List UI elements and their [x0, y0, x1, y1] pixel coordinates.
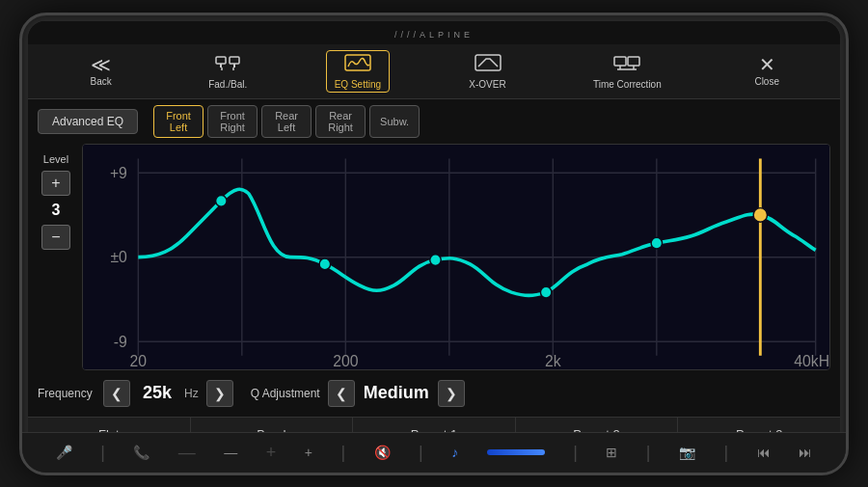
- device-frame: ////ALPINE ≪ Back Fad: [19, 13, 849, 475]
- nav-time-correction[interactable]: Time Correction: [585, 51, 669, 92]
- frequency-value: 25k: [138, 383, 176, 403]
- svg-point-38: [753, 207, 767, 222]
- brand-name: ////ALPINE: [394, 30, 474, 40]
- frequency-unit: Hz: [184, 387, 199, 400]
- nav-time-correction-label: Time Correction: [593, 79, 662, 90]
- preset-2[interactable]: Preset 2: [516, 418, 679, 432]
- preset-3[interactable]: Preset 3: [678, 418, 840, 432]
- sep4: |: [340, 443, 345, 463]
- channel-front-right[interactable]: FrontRight: [207, 105, 258, 138]
- fad-bal-icon: [214, 53, 241, 77]
- advanced-eq-button[interactable]: Advanced EQ: [38, 109, 138, 134]
- frequency-label: Frequency: [38, 387, 95, 400]
- svg-point-34: [319, 258, 330, 270]
- q-adjustment-label: Q Adjustment: [251, 387, 320, 400]
- sep5: |: [419, 443, 423, 463]
- x-over-icon: [475, 53, 502, 77]
- svg-rect-3: [233, 64, 235, 68]
- preset-flat[interactable]: Flat: [28, 418, 191, 432]
- nav-close-label: Close: [754, 76, 779, 87]
- time-correction-icon: [613, 53, 640, 77]
- nav-bar: ≪ Back Fad./Bal.: [28, 44, 840, 99]
- freq-q-row: Frequency ❮ 25k Hz ❯ Q Adjustment ❮ Medi…: [38, 376, 830, 411]
- q-prev-button[interactable]: ❮: [328, 380, 355, 407]
- sep3: +: [266, 443, 277, 463]
- level-value: 3: [52, 202, 61, 219]
- sep1: |: [100, 443, 105, 463]
- channel-front-left[interactable]: FrontLeft: [153, 105, 203, 138]
- bottom-bar: 🎤 | 📞 — — + + | 🔇 | ♪ | ⊞ | 📷 | ⏮ ⏭: [22, 432, 846, 473]
- level-plus-button[interactable]: +: [41, 171, 70, 196]
- channel-row: Advanced EQ FrontLeft FrontRight RearLef…: [38, 105, 830, 138]
- svg-text:20: 20: [130, 353, 148, 369]
- mute-icon[interactable]: 🔇: [374, 445, 391, 460]
- nav-eq-setting[interactable]: EQ Setting: [326, 50, 390, 93]
- svg-point-35: [430, 254, 441, 265]
- channel-tabs: FrontLeft FrontRight RearLeft RearRight …: [153, 105, 420, 138]
- frequency-prev-button[interactable]: ❮: [103, 380, 130, 407]
- level-control: Level + 3 −: [38, 144, 74, 370]
- svg-rect-7: [475, 55, 501, 70]
- svg-text:±0: ±0: [110, 249, 127, 265]
- nav-fad-bal[interactable]: Fad./Bal.: [199, 51, 257, 92]
- channel-subw[interactable]: Subw.: [369, 105, 420, 138]
- volume-plus-icon[interactable]: +: [305, 445, 312, 460]
- svg-rect-8: [614, 57, 626, 66]
- nav-fad-bal-label: Fad./Bal.: [208, 79, 247, 90]
- prev-icon[interactable]: ⏮: [757, 445, 771, 460]
- sep8: |: [723, 443, 728, 463]
- music-icon[interactable]: ♪: [451, 445, 458, 460]
- svg-rect-0: [216, 57, 226, 64]
- sep6: |: [573, 443, 578, 463]
- channel-rear-left[interactable]: RearLeft: [261, 105, 312, 138]
- eq-chart-svg: +9 ±0 -9 20 200 2k 40kHz: [83, 145, 829, 369]
- nav-x-over[interactable]: X-OVER: [459, 51, 517, 92]
- nav-close[interactable]: ✕ Close: [738, 53, 796, 89]
- screen: ////ALPINE ≪ Back Fad: [28, 21, 840, 432]
- channel-rear-right[interactable]: RearRight: [315, 105, 366, 138]
- eq-chart: +9 ±0 -9 20 200 2k 40kHz: [82, 144, 830, 370]
- q-next-button[interactable]: ❯: [438, 380, 465, 407]
- svg-point-33: [216, 195, 227, 206]
- volume-minus-icon[interactable]: —: [224, 445, 237, 460]
- brand-bar: ////ALPINE: [28, 21, 840, 44]
- back-icon: ≪: [91, 55, 111, 74]
- svg-text:200: 200: [333, 353, 358, 369]
- nav-eq-label: EQ Setting: [335, 79, 381, 90]
- svg-rect-1: [220, 64, 222, 68]
- grid-icon[interactable]: ⊞: [606, 445, 617, 460]
- next-icon[interactable]: ⏭: [799, 445, 812, 460]
- progress-bar: [487, 449, 545, 455]
- svg-point-36: [540, 286, 551, 298]
- svg-rect-9: [628, 57, 639, 66]
- preset-1[interactable]: Preset 1: [353, 418, 516, 432]
- svg-rect-2: [230, 57, 239, 64]
- svg-point-37: [651, 237, 662, 249]
- close-icon: ✕: [759, 55, 775, 74]
- preset-row: Flat Band Preset 1 Preset 2 Preset 3: [28, 417, 840, 432]
- svg-text:+9: +9: [110, 164, 127, 180]
- svg-text:2k: 2k: [545, 353, 561, 369]
- level-label: Level: [43, 153, 68, 165]
- svg-text:-9: -9: [114, 333, 127, 349]
- q-value: Medium: [363, 383, 430, 403]
- nav-back-label: Back: [91, 76, 112, 87]
- phone-icon[interactable]: 📞: [133, 445, 149, 460]
- main-content: Advanced EQ FrontLeft FrontRight RearLef…: [28, 99, 840, 417]
- eq-icon: [344, 53, 371, 77]
- preset-band[interactable]: Band: [191, 418, 354, 432]
- eq-area: Level + 3 −: [38, 144, 830, 370]
- sep2: —: [178, 443, 196, 463]
- nav-x-over-label: X-OVER: [469, 79, 505, 90]
- nav-back[interactable]: ≪ Back: [72, 53, 130, 89]
- sep7: |: [646, 443, 651, 463]
- frequency-next-button[interactable]: ❯: [206, 380, 233, 407]
- cam-icon[interactable]: 📷: [679, 445, 695, 460]
- svg-text:40kHz: 40kHz: [794, 353, 829, 369]
- mic-icon[interactable]: 🎤: [56, 445, 72, 460]
- level-minus-button[interactable]: −: [41, 225, 70, 250]
